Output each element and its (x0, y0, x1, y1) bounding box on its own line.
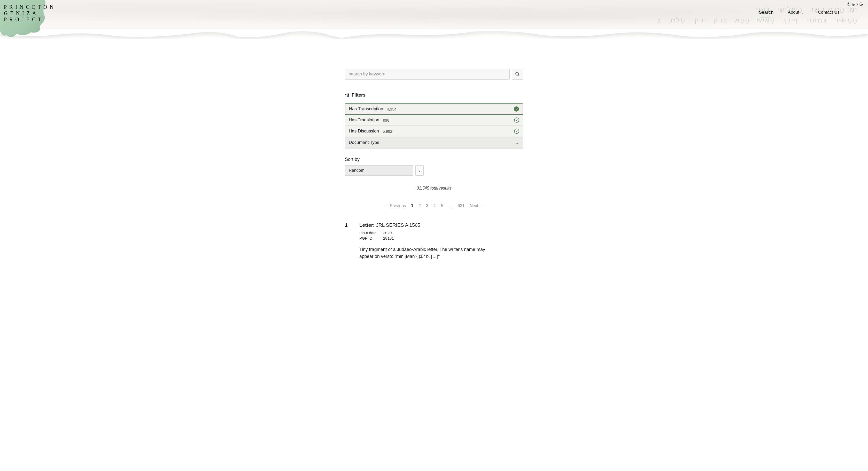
check-outline-icon (514, 118, 519, 123)
svg-point-14 (347, 96, 348, 96)
arrow-left-icon: ← (385, 204, 389, 208)
result-title: Letter: JRL SERIES A 1565 (359, 222, 523, 228)
result-description: Tiny fragment of a Judaeo-Arabic letter.… (359, 246, 486, 260)
pagination-page-3[interactable]: 3 (426, 203, 428, 208)
pagination: ← Previous 1 2 3 4 5 … 631 Next → (345, 203, 523, 208)
filter-count: 698 (383, 118, 389, 122)
pagination-next[interactable]: Next → (470, 203, 483, 208)
svg-point-12 (345, 94, 346, 95)
svg-point-0 (847, 3, 849, 5)
search-icon (515, 71, 520, 77)
sort-label: Sort by (345, 157, 523, 162)
search-input[interactable] (345, 69, 510, 80)
nav-contact[interactable]: Contact Us (818, 10, 840, 17)
svg-point-9 (516, 72, 519, 75)
sort-select[interactable]: Random (345, 165, 413, 176)
result-meta: Input date2020 PGP ID28181 (359, 230, 523, 241)
theme-toggle[interactable] (846, 2, 863, 7)
svg-point-16 (348, 94, 349, 95)
filter-document-type[interactable]: Document Type ⌄ (345, 137, 523, 148)
sort-direction-toggle[interactable]: ⌄ (415, 165, 424, 176)
results-total: 31,545 total results (345, 186, 523, 191)
search-button[interactable] (512, 69, 523, 80)
chevron-down-icon: ⌄ (516, 140, 519, 146)
filter-label: Document Type (349, 140, 379, 145)
check-outline-icon (514, 129, 519, 134)
svg-line-8 (849, 3, 849, 3)
check-filled-icon (514, 106, 519, 112)
torn-edge (0, 29, 868, 39)
pagination-ellipsis: … (448, 203, 453, 208)
svg-line-5 (847, 3, 847, 3)
chevron-down-icon: ⌄ (801, 10, 804, 14)
sun-icon[interactable] (846, 2, 850, 7)
filter-count: 5,992 (382, 129, 393, 133)
result-index: 1 (345, 222, 349, 228)
filters-heading: Filters (345, 92, 523, 98)
filter-has-discussion[interactable]: Has Discussion 5,992 (345, 126, 523, 137)
chevron-down-icon: ⌄ (418, 168, 421, 172)
pagination-last[interactable]: 631 (458, 203, 465, 208)
theme-switch[interactable] (852, 3, 858, 6)
filter-count: 4,354 (387, 107, 397, 111)
arrow-right-icon: → (479, 204, 483, 208)
filter-label: Has Translation (349, 118, 379, 123)
moon-icon[interactable] (859, 2, 863, 7)
pagination-page-5[interactable]: 5 (441, 203, 443, 208)
pagination-page-2[interactable]: 2 (418, 203, 421, 208)
filter-label: Has Transcription (349, 106, 383, 112)
filter-has-translation[interactable]: Has Translation 698 (345, 115, 523, 126)
pagination-page-4[interactable]: 4 (433, 203, 436, 208)
pagination-page-1[interactable]: 1 (411, 203, 413, 208)
pagination-prev[interactable]: ← Previous (385, 203, 406, 208)
svg-line-10 (518, 75, 519, 76)
nav-search[interactable]: Search (759, 10, 774, 17)
result-item[interactable]: 1 Letter: JRL SERIES A 1565 Input date20… (345, 222, 523, 260)
nav-about[interactable]: About⌄ (788, 10, 803, 17)
filter-list: Has Transcription 4,354 Has Translation … (345, 103, 523, 149)
sliders-icon (345, 93, 349, 98)
filter-has-transcription[interactable]: Has Transcription 4,354 (345, 103, 523, 115)
filter-label: Has Discussion (349, 129, 379, 134)
